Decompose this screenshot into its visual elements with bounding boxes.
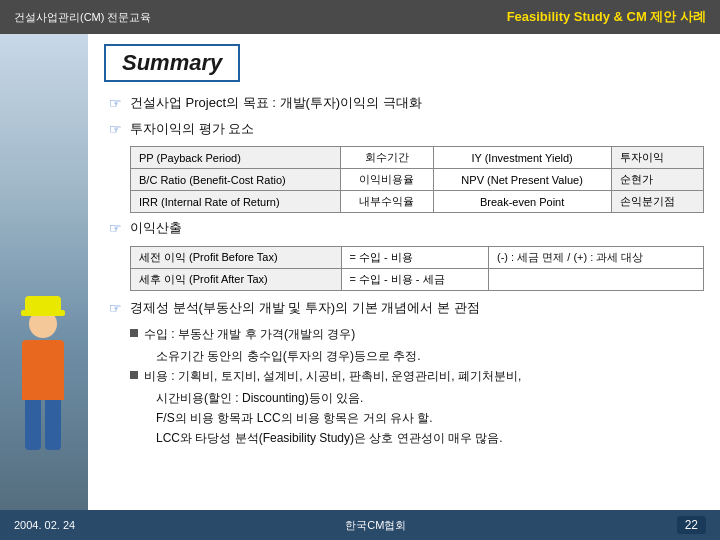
table-cell-2-3: NPV (Net Present Value) [433,169,611,191]
profit-table: 세전 이익 (Profit Before Tax) = 수입 - 비용 (-) … [130,246,704,291]
section-3: ☞ 이익산출 [104,219,704,237]
person-leg-right [45,400,61,450]
bullet-icon-3: ☞ [104,219,126,237]
sub-label-1: 수입 : 부동산 개발 후 가격(개발의 경우) [144,327,355,341]
hand-icon-1: ☞ [109,95,122,111]
table-cell-3-2: 내부수익율 [341,191,433,213]
section-4: ☞ 경제성 분석(부동산의 개발 및 투자)의 기본 개념에서 본 관점 [104,299,704,317]
table-cell-1-2: 회수기간 [341,147,433,169]
content-area: Summary ☞ 건설사업 Project의 목표 : 개발(투자)이익의 극… [88,34,720,540]
profit-cell-1-3: (-) : 세금 면제 / (+) : 과세 대상 [489,246,704,268]
header: 건설사업관리(CM) 전문교육 Feasibility Study & CM 제… [0,0,720,34]
section-1: ☞ 건설사업 Project의 목표 : 개발(투자)이익의 극대화 [104,94,704,112]
bullet-icon-1: ☞ [104,94,126,112]
sub-bullet-list: 수입 : 부동산 개발 후 가격(개발의 경우) 소유기간 동안의 충수입(투자… [130,325,704,447]
hand-icon-3: ☞ [109,220,122,236]
investment-table: PP (Payback Period) 회수기간 IY (Investment … [130,146,704,213]
summary-title: Summary [122,50,222,75]
person-legs [5,400,80,450]
table-cell-1-1: PP (Payback Period) [131,147,341,169]
table-cell-3-3: Break-even Point [433,191,611,213]
table-row-3: IRR (Internal Rate of Return) 내부수익율 Brea… [131,191,704,213]
profit-cell-1-2: = 수입 - 비용 [341,246,488,268]
bullet-icon-4: ☞ [104,299,126,317]
profit-cell-2-2: = 수입 - 비용 - 세금 [341,268,488,290]
footer-page: 22 [677,516,706,534]
section-3-text: 이익산출 [130,219,182,237]
sub-detail-2-2: LCC와 타당성 분석(Feasibility Study)은 상호 연관성이 … [156,429,704,447]
summary-box: Summary [104,44,704,94]
square-bullet-2 [130,371,138,379]
profit-cell-1-1: 세전 이익 (Profit Before Tax) [131,246,342,268]
person-figure [5,310,80,510]
footer-date: 2004. 02. 24 [14,519,75,531]
table-cell-3-4: 손익분기점 [611,191,704,213]
section-4-text: 경제성 분석(부동산의 개발 및 투자)의 기본 개념에서 본 관점 [130,299,480,317]
table-cell-3-1: IRR (Internal Rate of Return) [131,191,341,213]
header-highlight: 제안 사례 [650,9,706,24]
header-prefix: Feasibility Study & CM [507,9,651,24]
hand-icon-4: ☞ [109,300,122,316]
table-row-2: B/C Ratio (Benefit-Cost Ratio) 이익비용율 NPV… [131,169,704,191]
person-leg-left [25,400,41,450]
left-image-column [0,34,88,540]
section-1-text: 건설사업 Project의 목표 : 개발(투자)이익의 극대화 [130,94,422,112]
person-hat [25,296,61,312]
sub-item-1-text: 수입 : 부동산 개발 후 가격(개발의 경우) [144,325,355,343]
sub-detail-2-0: 시간비용(할인 : Discounting)등이 있음. [156,389,704,407]
table-cell-2-1: B/C Ratio (Benefit-Cost Ratio) [131,169,341,191]
table-cell-1-4: 투자이익 [611,147,704,169]
sub-item-1: 수입 : 부동산 개발 후 가격(개발의 경우) [130,325,704,343]
table-row-1: PP (Payback Period) 회수기간 IY (Investment … [131,147,704,169]
sub-label-2: 비용 : 기획비, 토지비, 설계비, 시공비, 판촉비, 운영관리비, 폐기처… [144,369,521,383]
table-cell-1-3: IY (Investment Yield) [433,147,611,169]
hand-icon-2: ☞ [109,121,122,137]
bullet-icon-2: ☞ [104,120,126,138]
table-cell-2-2: 이익비용율 [341,169,433,191]
person-body [22,340,64,400]
section-2: ☞ 투자이익의 평가 요소 [104,120,704,138]
main-content: Summary ☞ 건설사업 Project의 목표 : 개발(투자)이익의 극… [0,34,720,540]
section-2-text: 투자이익의 평가 요소 [130,120,254,138]
footer-org: 한국CM협회 [345,518,406,533]
profit-row-1: 세전 이익 (Profit Before Tax) = 수입 - 비용 (-) … [131,246,704,268]
profit-cell-2-3 [489,268,704,290]
sub-item-2-text: 비용 : 기획비, 토지비, 설계비, 시공비, 판촉비, 운영관리비, 폐기처… [144,367,521,385]
profit-row-2: 세후 이익 (Profit After Tax) = 수입 - 비용 - 세금 [131,268,704,290]
footer: 2004. 02. 24 한국CM협회 22 [0,510,720,540]
table-cell-2-4: 순현가 [611,169,704,191]
header-right-text: Feasibility Study & CM 제안 사례 [507,8,706,26]
sub-detail-1-0: 소유기간 동안의 충수입(투자의 경우)등으로 추정. [156,347,704,365]
profit-cell-2-1: 세후 이익 (Profit After Tax) [131,268,342,290]
sub-item-2: 비용 : 기획비, 토지비, 설계비, 시공비, 판촉비, 운영관리비, 폐기처… [130,367,704,385]
person-head [29,310,57,338]
square-bullet-1 [130,329,138,337]
header-left-text: 건설사업관리(CM) 전문교육 [14,10,152,25]
sub-detail-2-1: F/S의 비용 항목과 LCC의 비용 항목은 거의 유사 할. [156,409,704,427]
